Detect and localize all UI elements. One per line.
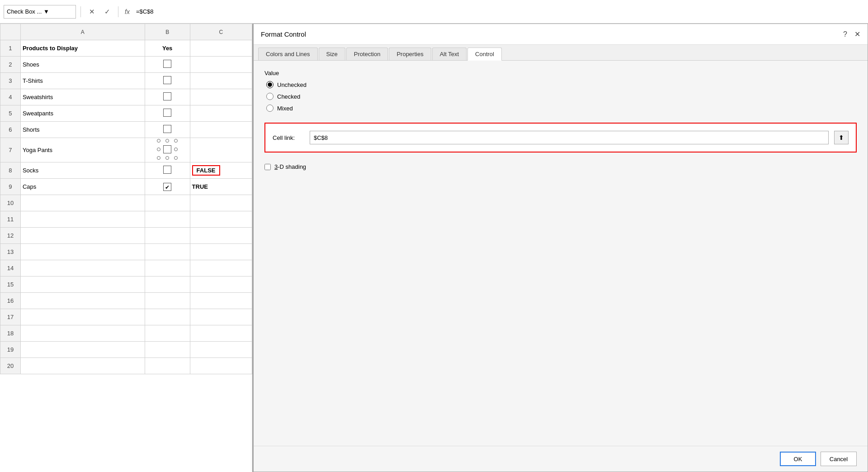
table-row: 18 — [0, 325, 252, 342]
row-header-6: 6 — [0, 122, 21, 138]
handle-tl[interactable] — [157, 139, 160, 143]
col-header-c[interactable]: C — [190, 24, 252, 40]
checkbox-tshirts[interactable] — [163, 76, 171, 84]
dialog-titlebar: Format Control ? ✕ — [254, 24, 868, 45]
checkbox-sweatpants[interactable] — [163, 109, 171, 117]
radio-mixed-input[interactable] — [266, 105, 274, 112]
radio-unchecked-input[interactable] — [266, 81, 274, 88]
tab-protection[interactable]: Protection — [346, 48, 388, 60]
cell-a9[interactable]: Caps — [20, 179, 145, 195]
checkbox-yogapants-selected[interactable] — [156, 138, 179, 161]
formula-input[interactable] — [134, 5, 864, 18]
checkbox-shoes[interactable] — [163, 60, 171, 68]
table-row: 17 — [0, 309, 252, 325]
handle-ml[interactable] — [157, 148, 160, 151]
cell-b8[interactable] — [145, 162, 190, 179]
cell-c5[interactable] — [190, 105, 252, 122]
formula-divider2 — [118, 6, 118, 17]
row-header-1: 1 — [0, 40, 21, 57]
col-header-b[interactable]: B — [145, 24, 190, 40]
cell-a5[interactable]: Sweatpants — [20, 105, 145, 122]
cell-a4[interactable]: Sweatshirts — [20, 89, 145, 105]
cell-a7[interactable]: Yoga Pants — [20, 138, 145, 162]
cell-a1[interactable]: Products to Display — [20, 40, 145, 57]
handle-tm[interactable] — [165, 139, 169, 143]
table-row: 4 Sweatshirts — [0, 89, 252, 105]
dialog-close-button[interactable]: ✕ — [854, 30, 860, 38]
main-area: A B C 1 Products to Display Yes — [0, 24, 868, 472]
table-row: 10 — [0, 195, 252, 211]
cell-b9[interactable]: ✔ — [145, 179, 190, 195]
tab-control[interactable]: Control — [467, 48, 502, 61]
handle-br[interactable] — [174, 156, 178, 160]
cell-link-picker-button[interactable]: ⬆ — [834, 131, 849, 144]
radio-checked-input[interactable] — [266, 93, 274, 100]
handle-bm[interactable] — [165, 156, 169, 160]
checkbox-caps[interactable]: ✔ — [163, 183, 171, 191]
cell-c6[interactable] — [190, 122, 252, 138]
checkbox-socks[interactable] — [163, 166, 171, 174]
spreadsheet: A B C 1 Products to Display Yes — [0, 24, 253, 472]
cell-a8[interactable]: Socks — [20, 162, 145, 179]
checkbox-sweatshirts[interactable] — [163, 92, 171, 100]
cell-b2[interactable] — [145, 57, 190, 73]
name-box[interactable]: Check Box ... ▼ — [4, 5, 76, 19]
dialog-help-button[interactable]: ? — [843, 30, 847, 38]
cell-b4[interactable] — [145, 89, 190, 105]
cell-c4[interactable] — [190, 89, 252, 105]
handle-mr[interactable] — [174, 148, 178, 151]
dialog-footer: OK Cancel — [254, 446, 868, 472]
cell-a6[interactable]: Shorts — [20, 122, 145, 138]
cell-c8[interactable]: FALSE — [190, 162, 252, 179]
tab-alt-text[interactable]: Alt Text — [432, 48, 467, 60]
tab-properties[interactable]: Properties — [389, 48, 431, 60]
format-control-dialog: Format Control ? ✕ Colors and Lines Size… — [253, 24, 868, 472]
cell-c1[interactable] — [190, 40, 252, 57]
cell-b7[interactable] — [145, 138, 190, 162]
cell-c9[interactable]: TRUE — [190, 179, 252, 195]
cell-a3[interactable]: T-Shirts — [20, 73, 145, 89]
table-row: 5 Sweatpants — [0, 105, 252, 122]
cell-c7[interactable] — [190, 138, 252, 162]
cell-link-row: Cell link: ⬆ — [273, 131, 849, 144]
ok-button[interactable]: OK — [780, 452, 816, 466]
shading-checkbox[interactable] — [264, 164, 271, 170]
cell-b6[interactable] — [145, 122, 190, 138]
cell-b3[interactable] — [145, 73, 190, 89]
corner-header — [0, 24, 21, 40]
radio-checked[interactable]: Checked — [266, 93, 857, 100]
checkbox-yogapants-inner — [163, 145, 171, 153]
dialog-tabs: Colors and Lines Size Protection Propert… — [254, 45, 868, 61]
cell-c2[interactable] — [190, 57, 252, 73]
cancel-formula-button[interactable]: ✕ — [85, 5, 98, 18]
radio-mixed[interactable]: Mixed — [266, 105, 857, 112]
cell-true-text: TRUE — [192, 183, 208, 190]
cell-a2[interactable]: Shoes — [20, 57, 145, 73]
radio-unchecked[interactable]: Unchecked — [266, 81, 857, 88]
tab-size[interactable]: Size — [319, 48, 345, 60]
table-row: 2 Shoes — [0, 57, 252, 73]
spreadsheet-table: A B C 1 Products to Display Yes — [0, 24, 252, 472]
tab-colors-lines[interactable]: Colors and Lines — [258, 48, 318, 60]
value-section-label: Value — [264, 70, 857, 76]
cell-b5[interactable] — [145, 105, 190, 122]
fx-label: fx — [125, 8, 130, 15]
handle-tr[interactable] — [174, 139, 178, 143]
table-row: 13 — [0, 244, 252, 260]
shading-underline-char: 3 — [274, 163, 278, 170]
row-header-3: 3 — [0, 73, 21, 89]
checkbox-shorts[interactable] — [163, 125, 171, 133]
col-header-a[interactable]: A — [20, 24, 145, 40]
handle-bl[interactable] — [157, 156, 160, 160]
cancel-button[interactable]: Cancel — [821, 452, 857, 466]
table-row: 11 — [0, 211, 252, 228]
dialog-title: Format Control — [261, 30, 306, 38]
dialog-body: Value Unchecked Checked Mixed Cell — [254, 61, 868, 446]
table-row: 20 — [0, 358, 252, 374]
name-box-text: Check Box ... ▼ — [7, 8, 73, 15]
row-header-4: 4 — [0, 89, 21, 105]
cell-b1[interactable]: Yes — [145, 40, 190, 57]
confirm-formula-button[interactable]: ✓ — [101, 5, 113, 18]
cell-c3[interactable] — [190, 73, 252, 89]
cell-link-input[interactable] — [310, 131, 829, 144]
